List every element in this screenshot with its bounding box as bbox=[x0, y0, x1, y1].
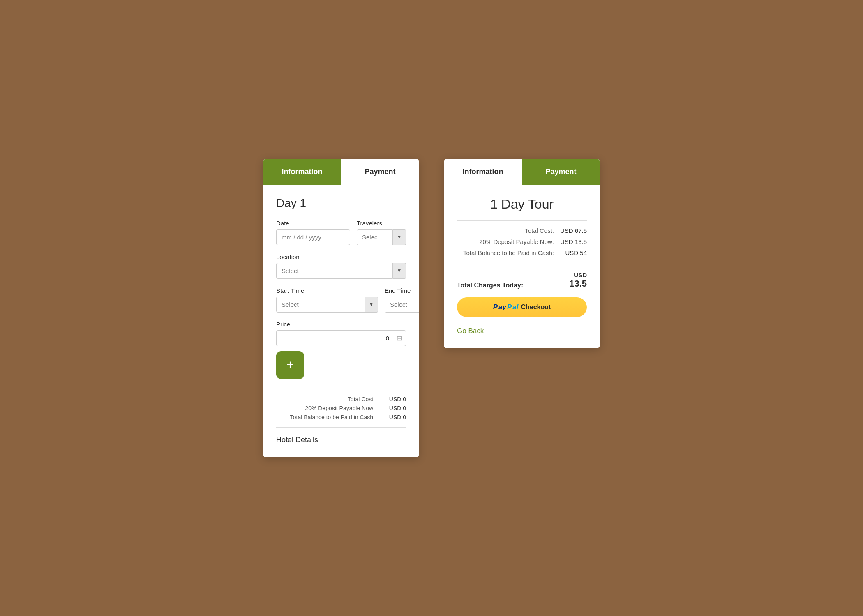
cost-row-balance: Total Balance to be Paid in Cash: USD 0 bbox=[276, 414, 406, 421]
divider-hotel bbox=[276, 427, 406, 428]
date-input[interactable] bbox=[276, 229, 350, 245]
total-cost-label: Total Cost: bbox=[348, 396, 375, 402]
date-label: Date bbox=[276, 220, 350, 227]
travelers-select-wrapper: ▼ bbox=[357, 229, 406, 245]
right-deposit-label: 20% Deposit Payable Now: bbox=[457, 238, 554, 245]
end-time-group: End Time ▼ bbox=[385, 287, 419, 313]
total-charges-amount: 13.5 bbox=[569, 278, 587, 289]
travelers-input[interactable] bbox=[357, 229, 393, 245]
left-card: Information Payment Day 1 Date Travelers… bbox=[263, 159, 419, 457]
tab-information-left[interactable]: Information bbox=[263, 159, 341, 185]
location-group: Location ▼ bbox=[276, 253, 406, 279]
right-total-cost-label: Total Cost: bbox=[457, 227, 554, 234]
divider-costs bbox=[276, 389, 406, 389]
price-group: Price ⊟ bbox=[276, 321, 406, 346]
time-row: Start Time ▼ End Time ▼ bbox=[276, 287, 406, 313]
go-back-link[interactable]: Go Back bbox=[457, 327, 484, 335]
price-label: Price bbox=[276, 321, 406, 328]
deposit-label: 20% Deposit Payable Now: bbox=[305, 405, 375, 411]
travelers-arrow-button[interactable]: ▼ bbox=[393, 229, 406, 245]
right-total-cost-value: USD 67.5 bbox=[554, 227, 587, 234]
tab-payment-right[interactable]: Payment bbox=[522, 159, 600, 185]
tour-title: 1 Day Tour bbox=[457, 197, 587, 212]
cost-row-deposit: 20% Deposit Payable Now: USD 0 bbox=[276, 405, 406, 411]
price-input[interactable] bbox=[276, 330, 406, 346]
start-time-select-wrapper: ▼ bbox=[276, 297, 378, 313]
left-card-header: Information Payment bbox=[263, 159, 419, 185]
tab-information-right[interactable]: Information bbox=[444, 159, 522, 185]
paypal-logo: PayPal bbox=[493, 303, 519, 311]
paypal-checkout-button[interactable]: PayPal Checkout bbox=[457, 297, 587, 317]
start-time-arrow-button[interactable]: ▼ bbox=[365, 297, 378, 313]
start-time-label: Start Time bbox=[276, 287, 378, 294]
travelers-label: Travelers bbox=[357, 220, 406, 227]
balance-label: Total Balance to be Paid in Cash: bbox=[290, 414, 375, 421]
right-cost-table: Total Cost: USD 67.5 20% Deposit Payable… bbox=[457, 227, 587, 256]
page-wrapper: Information Payment Day 1 Date Travelers… bbox=[263, 159, 600, 457]
start-time-group: Start Time ▼ bbox=[276, 287, 378, 313]
total-cost-value: USD 0 bbox=[381, 396, 406, 402]
travelers-group: Travelers ▼ bbox=[357, 220, 406, 245]
right-divider-top bbox=[457, 220, 587, 221]
right-card-body: 1 Day Tour Total Cost: USD 67.5 20% Depo… bbox=[444, 185, 600, 348]
end-time-input[interactable] bbox=[385, 297, 419, 313]
add-button[interactable]: + bbox=[276, 351, 304, 379]
balance-value: USD 0 bbox=[381, 414, 406, 421]
right-cost-row-total: Total Cost: USD 67.5 bbox=[457, 227, 587, 234]
right-deposit-value: USD 13.5 bbox=[554, 238, 587, 245]
day-title: Day 1 bbox=[276, 197, 406, 210]
location-select-wrapper: ▼ bbox=[276, 263, 406, 279]
total-charges-label: Total Charges Today: bbox=[457, 282, 523, 289]
cost-table: Total Cost: USD 0 20% Deposit Payable No… bbox=[276, 396, 406, 421]
total-charges-currency: USD bbox=[569, 271, 587, 278]
end-time-select-wrapper: ▼ bbox=[385, 297, 419, 313]
right-card-header: Information Payment bbox=[444, 159, 600, 185]
right-cost-row-balance: Total Balance to be Paid in Cash: USD 54 bbox=[457, 249, 587, 256]
price-input-wrapper: ⊟ bbox=[276, 330, 406, 346]
hotel-details-title: Hotel Details bbox=[276, 436, 406, 444]
deposit-value: USD 0 bbox=[381, 405, 406, 411]
right-card: Information Payment 1 Day Tour Total Cos… bbox=[444, 159, 600, 348]
checkout-label: Checkout bbox=[521, 303, 551, 311]
end-time-label: End Time bbox=[385, 287, 419, 294]
start-time-input[interactable] bbox=[276, 297, 365, 313]
right-cost-row-deposit: 20% Deposit Payable Now: USD 13.5 bbox=[457, 238, 587, 245]
right-balance-label: Total Balance to be Paid in Cash: bbox=[457, 249, 554, 256]
location-arrow-button[interactable]: ▼ bbox=[393, 263, 406, 279]
total-charges-value-group: USD 13.5 bbox=[569, 271, 587, 289]
date-travelers-row: Date Travelers ▼ bbox=[276, 220, 406, 245]
right-divider-middle bbox=[457, 263, 587, 263]
location-input[interactable] bbox=[276, 263, 393, 279]
date-group: Date bbox=[276, 220, 350, 245]
total-charges-row: Total Charges Today: USD 13.5 bbox=[457, 271, 587, 289]
left-card-body: Day 1 Date Travelers ▼ Location bbox=[263, 185, 419, 457]
price-icon: ⊟ bbox=[397, 334, 402, 342]
location-label: Location bbox=[276, 253, 406, 260]
tab-payment-left[interactable]: Payment bbox=[341, 159, 419, 185]
right-balance-value: USD 54 bbox=[554, 249, 587, 256]
cost-row-total: Total Cost: USD 0 bbox=[276, 396, 406, 402]
